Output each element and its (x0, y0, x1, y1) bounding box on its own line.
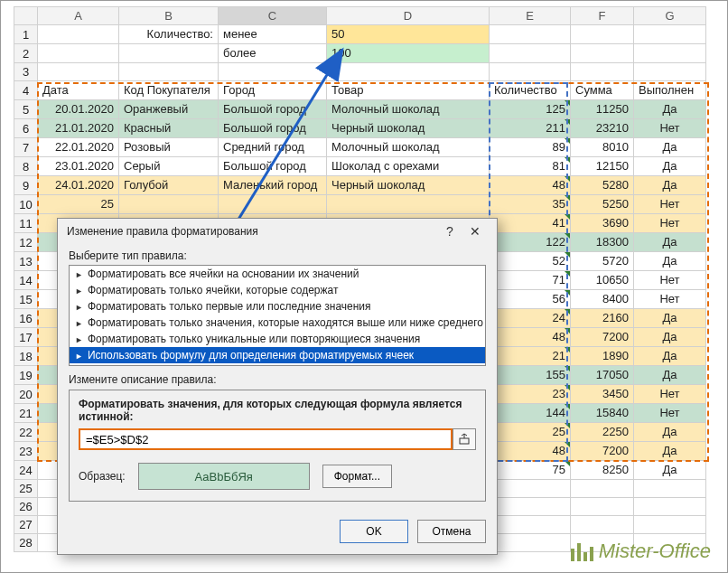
cell[interactable]: Большой город (219, 119, 327, 138)
cell[interactable]: 25 (490, 423, 571, 442)
cell[interactable]: 24 (490, 309, 571, 328)
cell[interactable] (634, 63, 706, 81)
cell[interactable] (571, 534, 634, 552)
row-header[interactable]: 5 (14, 100, 38, 119)
row-header[interactable]: 24 (14, 461, 38, 480)
row-header[interactable]: 6 (14, 119, 38, 138)
cell[interactable]: Нет (634, 119, 706, 138)
cell[interactable] (490, 63, 571, 81)
cell[interactable]: 2250 (571, 423, 634, 442)
cell[interactable]: Черный шоколад (327, 176, 490, 195)
cell[interactable] (119, 63, 219, 81)
row-header[interactable]: 16 (14, 309, 38, 328)
cell[interactable]: 56 (490, 290, 571, 309)
cell[interactable]: 48 (490, 328, 571, 347)
cell[interactable]: 75 (490, 461, 571, 480)
cell[interactable] (634, 25, 706, 44)
cell[interactable]: 21.01.2020 (38, 119, 119, 138)
cell[interactable] (38, 44, 119, 63)
cell[interactable]: 2160 (571, 309, 634, 328)
cell[interactable]: 23210 (571, 119, 634, 138)
row-header[interactable]: 18 (14, 347, 38, 366)
cell[interactable]: 35 (490, 195, 571, 214)
cell[interactable] (219, 63, 327, 81)
cell[interactable]: Дата (38, 81, 119, 100)
cell[interactable]: 25 (38, 195, 119, 214)
cell[interactable]: 71 (490, 271, 571, 290)
col-header-F[interactable]: F (571, 7, 634, 25)
row-header[interactable]: 22 (14, 423, 38, 442)
cell[interactable]: 50 (327, 25, 490, 44)
row-header[interactable]: 3 (14, 63, 38, 81)
cell[interactable]: 81 (490, 157, 571, 176)
col-header-G[interactable]: G (634, 7, 706, 25)
cell[interactable]: Да (634, 347, 706, 366)
cell[interactable]: Большой город (219, 100, 327, 119)
row-header[interactable]: 14 (14, 271, 38, 290)
cell[interactable]: Серый (119, 157, 219, 176)
cell[interactable]: 48 (490, 176, 571, 195)
cell[interactable]: Количество (490, 81, 571, 100)
cell[interactable]: 144 (490, 404, 571, 423)
cell[interactable]: Выполнен (634, 81, 706, 100)
cell[interactable]: Товар (327, 81, 490, 100)
cell[interactable]: 8400 (571, 290, 634, 309)
cell[interactable]: 10650 (571, 271, 634, 290)
cell[interactable]: Молочный шоколад (327, 138, 490, 157)
cell[interactable]: Да (634, 309, 706, 328)
col-header-D[interactable]: D (327, 7, 490, 25)
row-header[interactable]: 25 (14, 480, 38, 498)
cell[interactable]: 100 (327, 44, 490, 63)
cell[interactable] (490, 25, 571, 44)
cell[interactable] (634, 534, 706, 552)
cell[interactable]: 41 (490, 214, 571, 233)
cell[interactable] (634, 44, 706, 63)
col-header-B[interactable]: B (119, 7, 219, 25)
cell[interactable]: Да (634, 252, 706, 271)
cell[interactable]: 12150 (571, 157, 634, 176)
rule-type-item[interactable]: Форматировать только ячейки, которые сод… (70, 282, 485, 298)
cell[interactable]: 89 (490, 138, 571, 157)
cell[interactable] (571, 498, 634, 516)
row-header[interactable]: 12 (14, 233, 38, 252)
rule-type-item[interactable]: Форматировать только первые или последни… (70, 298, 485, 315)
cell[interactable]: 3450 (571, 385, 634, 404)
row-header[interactable]: 4 (14, 81, 38, 100)
cell[interactable]: Молочный шоколад (327, 100, 490, 119)
cell[interactable]: Да (634, 461, 706, 480)
row-header[interactable]: 11 (14, 214, 38, 233)
cell[interactable] (38, 63, 119, 81)
cell[interactable]: Шоколад с орехами (327, 157, 490, 176)
row-header[interactable]: 23 (14, 442, 38, 461)
format-button[interactable]: Формат... (322, 465, 392, 488)
cell[interactable]: Количество: (119, 25, 219, 44)
cell[interactable] (38, 25, 119, 44)
cell[interactable]: 22.01.2020 (38, 138, 119, 157)
select-all-corner[interactable] (14, 7, 38, 25)
cell[interactable]: Да (634, 157, 706, 176)
cell[interactable]: Нет (634, 404, 706, 423)
cell[interactable]: Да (634, 423, 706, 442)
row-header[interactable]: 15 (14, 290, 38, 309)
cell[interactable]: Город (219, 81, 327, 100)
cell[interactable]: Средний город (219, 138, 327, 157)
cell[interactable]: Да (634, 233, 706, 252)
cell[interactable] (327, 63, 490, 81)
cell[interactable]: 24.01.2020 (38, 176, 119, 195)
row-header[interactable]: 20 (14, 385, 38, 404)
cell[interactable]: Голубой (119, 176, 219, 195)
cell[interactable] (571, 516, 634, 534)
cell[interactable] (119, 44, 219, 63)
cell[interactable]: Оранжевый (119, 100, 219, 119)
cell[interactable]: Да (634, 176, 706, 195)
cell[interactable]: Маленький город (219, 176, 327, 195)
help-button[interactable]: ? (437, 224, 462, 239)
row-header[interactable]: 9 (14, 176, 38, 195)
col-header-A[interactable]: A (38, 7, 119, 25)
close-button[interactable]: ✕ (462, 224, 488, 239)
range-picker-button[interactable] (453, 428, 476, 450)
cell[interactable]: 23.01.2020 (38, 157, 119, 176)
cell[interactable]: Нет (634, 195, 706, 214)
cell[interactable]: 122 (490, 233, 571, 252)
cell[interactable]: Большой город (219, 157, 327, 176)
